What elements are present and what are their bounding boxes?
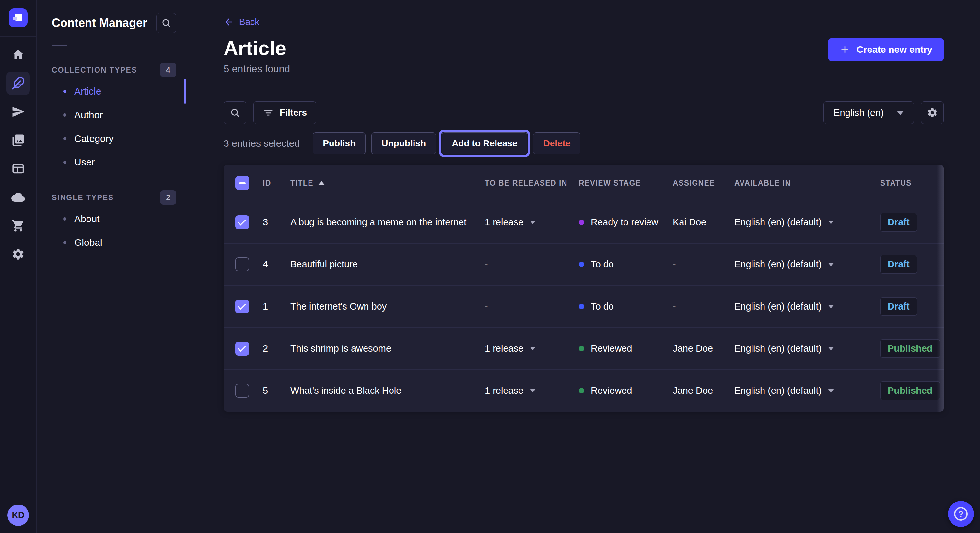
section-count-badge: 2 xyxy=(160,190,176,205)
release-value: 1 release xyxy=(485,385,523,396)
sidebar-item-global[interactable]: Global xyxy=(37,230,186,254)
table-row[interactable]: 5 What's inside a Black Hole 1 release R… xyxy=(224,370,944,412)
table-row[interactable]: 2 This shrimp is awesome 1 release Revie… xyxy=(224,327,944,370)
table-body: 3 A bug is becoming a meme on the intern… xyxy=(224,201,944,412)
home-icon[interactable] xyxy=(6,43,30,67)
view-settings-button[interactable] xyxy=(921,102,944,124)
cloud-icon[interactable] xyxy=(6,186,30,209)
add-to-release-button[interactable]: Add to Release xyxy=(442,132,527,154)
column-label: AVAILABLE IN xyxy=(734,179,791,187)
locale-dropdown[interactable]: English (en) (default) xyxy=(734,385,880,396)
plus-icon xyxy=(840,44,850,55)
locale-select[interactable]: English (en) xyxy=(824,102,914,124)
column-header-to-be-released-in[interactable]: TO BE RELEASED IN xyxy=(485,179,579,187)
chevron-down-icon xyxy=(530,220,536,224)
release-value: 1 release xyxy=(485,217,523,228)
locale-value: English (en) (default) xyxy=(734,301,821,312)
section-count-badge: 4 xyxy=(160,63,176,77)
stage-label: Ready to review xyxy=(591,217,658,228)
row-checkbox[interactable] xyxy=(235,300,249,314)
locale-dropdown[interactable]: English (en) (default) xyxy=(734,301,880,312)
chevron-down-icon xyxy=(828,389,834,392)
stage-label: Reviewed xyxy=(591,343,632,354)
sidebar-item-about[interactable]: About xyxy=(37,207,186,230)
back-link[interactable]: Back xyxy=(224,17,259,27)
create-new-entry-button[interactable]: Create new entry xyxy=(828,38,944,61)
cell-title: This shrimp is awesome xyxy=(290,343,485,354)
publish-button[interactable]: Publish xyxy=(313,132,366,154)
releases-icon[interactable] xyxy=(6,100,30,124)
release-value: - xyxy=(485,301,488,312)
column-header-available-in[interactable]: AVAILABLE IN xyxy=(734,179,880,187)
delete-button[interactable]: Delete xyxy=(533,132,581,154)
cell-assignee: - xyxy=(673,301,734,312)
chevron-down-icon xyxy=(828,347,834,351)
stage-label: Reviewed xyxy=(591,385,632,396)
release-dropdown[interactable]: 1 release xyxy=(485,343,579,354)
unpublish-button[interactable]: Unpublish xyxy=(371,132,436,154)
sidebar-section: COLLECTION TYPES4ArticleAuthorCategoryUs… xyxy=(37,60,186,174)
column-header-status[interactable]: STATUS xyxy=(880,179,932,187)
stage-dot xyxy=(579,346,584,351)
column-label: REVIEW STAGE xyxy=(579,179,641,187)
table-row[interactable]: 4 Beautiful picture - To do - English (e… xyxy=(224,243,944,285)
chevron-down-icon xyxy=(828,220,834,224)
locale-dropdown[interactable]: English (en) (default) xyxy=(734,259,880,270)
bullet-icon xyxy=(63,113,67,117)
table-row[interactable]: 1 The internet's Own boy - To do - Engli… xyxy=(224,285,944,327)
stage-label: To do xyxy=(591,301,614,312)
table-row[interactable]: 3 A bug is becoming a meme on the intern… xyxy=(224,201,944,243)
column-header-id[interactable]: ID xyxy=(263,179,290,187)
content-manager-sidebar: Content Manager COLLECTION TYPES4Article… xyxy=(37,0,186,533)
filters-label: Filters xyxy=(280,108,307,118)
section-label: COLLECTION TYPES xyxy=(52,66,137,75)
filters-button[interactable]: Filters xyxy=(253,102,316,124)
row-checkbox[interactable] xyxy=(235,257,249,271)
locale-dropdown[interactable]: English (en) (default) xyxy=(734,343,880,354)
bullet-icon xyxy=(63,241,67,244)
cell-assignee: Kai Doe xyxy=(673,217,734,228)
stage-label: To do xyxy=(591,259,614,270)
status-badge: Published xyxy=(880,339,940,358)
column-header-review-stage[interactable]: REVIEW STAGE xyxy=(579,179,673,187)
media-library-icon[interactable] xyxy=(6,128,30,152)
content-type-builder-icon[interactable] xyxy=(6,157,30,180)
column-label: TO BE RELEASED IN xyxy=(485,179,568,187)
user-avatar[interactable]: KD xyxy=(8,504,29,526)
row-checkbox[interactable] xyxy=(235,342,249,355)
settings-icon[interactable] xyxy=(6,243,30,266)
column-header-assignee[interactable]: ASSIGNEE xyxy=(673,179,734,187)
release-dropdown[interactable]: 1 release xyxy=(485,217,579,228)
cell-title: Beautiful picture xyxy=(290,259,485,270)
select-all-checkbox[interactable] xyxy=(235,176,249,190)
sidebar-item-user[interactable]: User xyxy=(37,150,186,174)
locale-value: English (en) (default) xyxy=(734,217,821,228)
column-header-title[interactable]: TITLE xyxy=(290,179,485,187)
cell-review-stage: Ready to review xyxy=(579,217,673,228)
marketplace-icon[interactable] xyxy=(6,214,30,237)
selection-count: 3 entries selected xyxy=(224,138,300,149)
release-dropdown[interactable]: 1 release xyxy=(485,385,579,396)
strapi-logo-icon[interactable] xyxy=(9,8,27,27)
bullet-icon xyxy=(63,90,67,93)
content-search-button[interactable] xyxy=(156,13,176,33)
row-checkbox[interactable] xyxy=(235,215,249,229)
sidebar-item-category[interactable]: Category xyxy=(37,127,186,150)
bullet-icon xyxy=(63,160,67,164)
entries-count: 5 entries found xyxy=(224,63,290,75)
locale-dropdown[interactable]: English (en) (default) xyxy=(734,217,880,228)
rail-nav xyxy=(6,43,30,266)
sidebar-item-author[interactable]: Author xyxy=(37,103,186,127)
sidebar-item-article[interactable]: Article xyxy=(37,79,186,103)
status-badge: Draft xyxy=(880,213,917,232)
search-button[interactable] xyxy=(224,102,246,124)
bullet-icon xyxy=(63,217,67,220)
sidebar-item-label: Category xyxy=(74,133,114,144)
help-button[interactable]: ? xyxy=(948,501,974,527)
row-checkbox[interactable] xyxy=(235,384,249,398)
locale-value: English (en) (default) xyxy=(734,259,821,270)
locale-selected-value: English (en) xyxy=(834,108,884,118)
locale-value: English (en) (default) xyxy=(734,385,821,396)
content-manager-icon[interactable] xyxy=(6,71,30,95)
app-window: KD Content Manager COLLECTION TYPES4Arti… xyxy=(0,0,980,533)
